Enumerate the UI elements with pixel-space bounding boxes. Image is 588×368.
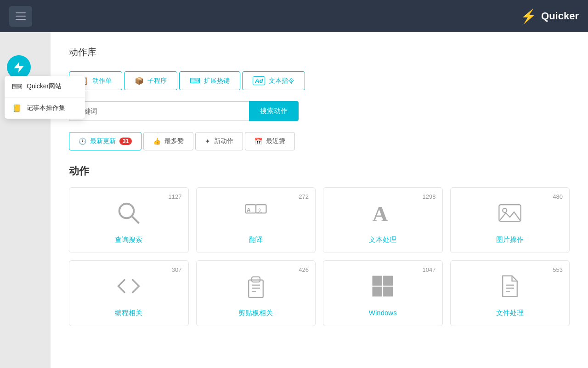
filter-recent-liked[interactable]: 📅 最近赞	[245, 132, 295, 150]
card-clipboard-label: 剪贴板相关	[238, 309, 273, 317]
image-card-icon	[494, 197, 526, 229]
card-clipboard-count: 426	[299, 266, 309, 273]
clock-icon: 🕐	[79, 138, 86, 145]
section-heading: 动作	[69, 164, 570, 178]
brand: ⚡ Quicker	[520, 9, 579, 24]
search-button[interactable]: 搜索动作	[249, 101, 299, 121]
main-layout: ⌨ Quicker网站 📒 记事本操作集 动作库 📋 动作单 📦 子程序 ⌨	[0, 32, 588, 368]
card-translate[interactable]: 272 A 文 翻译	[196, 187, 316, 253]
topbar-left	[9, 6, 32, 27]
filter-latest[interactable]: 🕐 最新更新 31	[69, 132, 141, 150]
dropdown-item-label: Quicker网站	[27, 82, 62, 91]
card-text[interactable]: 1298 A 文本处理	[323, 187, 443, 253]
svg-rect-17	[383, 287, 393, 296]
dropdown-item-notebook-ops[interactable]: 📒 记事本操作集	[5, 98, 85, 119]
svg-rect-15	[383, 276, 393, 286]
svg-rect-7	[499, 205, 520, 221]
card-grid: 1127 查询搜索 272 A 文	[69, 187, 570, 326]
page-title: 动作库	[69, 46, 570, 58]
hamburger-line-3	[16, 19, 26, 20]
card-translate-label: 翻译	[249, 236, 263, 244]
lightning-icon	[12, 61, 25, 74]
calendar-icon: 📅	[254, 138, 262, 145]
latest-badge: 31	[119, 138, 132, 145]
dropdown-item-quicker-site[interactable]: ⌨ Quicker网站	[5, 76, 85, 98]
tab-subroutine[interactable]: 📦 子程序	[124, 71, 177, 90]
tab-hotkey[interactable]: ⌨ 扩展热键	[179, 71, 240, 90]
windows-card-icon	[367, 270, 399, 302]
filter-row: 🕐 最新更新 31 👍 最多赞 ✦ 新动作 📅 最近赞	[69, 132, 570, 150]
svg-point-8	[503, 208, 507, 213]
search-input[interactable]	[69, 101, 249, 121]
tab-row: 📋 动作单 📦 子程序 ⌨ 扩展热键 Ad 文本指令	[69, 71, 570, 90]
card-translate-count: 272	[299, 193, 309, 200]
hamburger-line-1	[16, 12, 26, 13]
card-windows-count: 1047	[423, 266, 436, 273]
clipboard-card-icon	[240, 270, 272, 302]
brand-lightning-icon: ⚡	[520, 9, 537, 24]
dropdown-item-label: 记事本操作集	[27, 104, 65, 112]
card-file[interactable]: 553 文件处理	[450, 260, 570, 326]
svg-text:文: 文	[257, 207, 262, 213]
card-file-label: 文件处理	[496, 309, 524, 317]
code-card-icon	[113, 270, 145, 302]
star-icon: ✦	[205, 138, 210, 145]
keyboard-icon: ⌨	[12, 82, 22, 91]
dropdown-menu: ⌨ Quicker网站 📒 记事本操作集	[5, 76, 85, 119]
topbar: ⚡ Quicker	[0, 0, 588, 32]
main-content: 动作库 📋 动作单 📦 子程序 ⌨ 扩展热键 Ad 文本指令 搜索动作	[51, 32, 588, 368]
svg-text:A: A	[247, 207, 251, 213]
file-card-icon	[494, 270, 526, 302]
card-windows-label: Windows	[369, 309, 397, 316]
svg-text:A: A	[373, 202, 388, 225]
card-code-label: 编程相关	[115, 309, 142, 317]
card-image-count: 480	[553, 193, 563, 200]
tab-text-cmd[interactable]: Ad 文本指令	[242, 71, 305, 90]
card-search-count: 1127	[169, 193, 182, 200]
thumb-up-icon: 👍	[153, 138, 161, 145]
search-card-icon	[113, 197, 145, 229]
svg-line-1	[132, 217, 139, 224]
sidebar: ⌨ Quicker网站 📒 记事本操作集	[0, 32, 51, 368]
card-code[interactable]: 307 编程相关	[69, 260, 189, 326]
subroutine-icon: 📦	[135, 76, 144, 85]
svg-point-0	[119, 204, 134, 218]
notebook-icon: 📒	[12, 104, 22, 112]
text-cmd-icon: Ad	[253, 76, 265, 85]
card-clipboard[interactable]: 426 剪贴板相关	[196, 260, 316, 326]
card-windows[interactable]: 1047 Windows	[323, 260, 443, 326]
search-row: 搜索动作	[69, 101, 299, 121]
card-search[interactable]: 1127 查询搜索	[69, 187, 189, 253]
card-text-label: 文本处理	[369, 236, 396, 244]
hamburger-line-2	[16, 16, 26, 17]
card-image-label: 图片操作	[496, 236, 524, 244]
hamburger-button[interactable]	[9, 6, 32, 27]
translate-card-icon: A 文	[240, 197, 272, 229]
filter-most-liked[interactable]: 👍 最多赞	[143, 132, 193, 150]
text-card-icon: A	[367, 197, 399, 229]
hotkey-icon: ⌨	[190, 76, 200, 85]
card-code-count: 307	[172, 266, 182, 273]
brand-label: Quicker	[541, 10, 579, 22]
card-text-count: 1298	[423, 193, 436, 200]
card-image[interactable]: 480 图片操作	[450, 187, 570, 253]
filter-new[interactable]: ✦ 新动作	[195, 132, 243, 150]
svg-rect-14	[373, 276, 382, 286]
card-file-count: 553	[553, 266, 563, 273]
svg-rect-16	[373, 287, 382, 296]
card-search-label: 查询搜索	[115, 236, 142, 244]
